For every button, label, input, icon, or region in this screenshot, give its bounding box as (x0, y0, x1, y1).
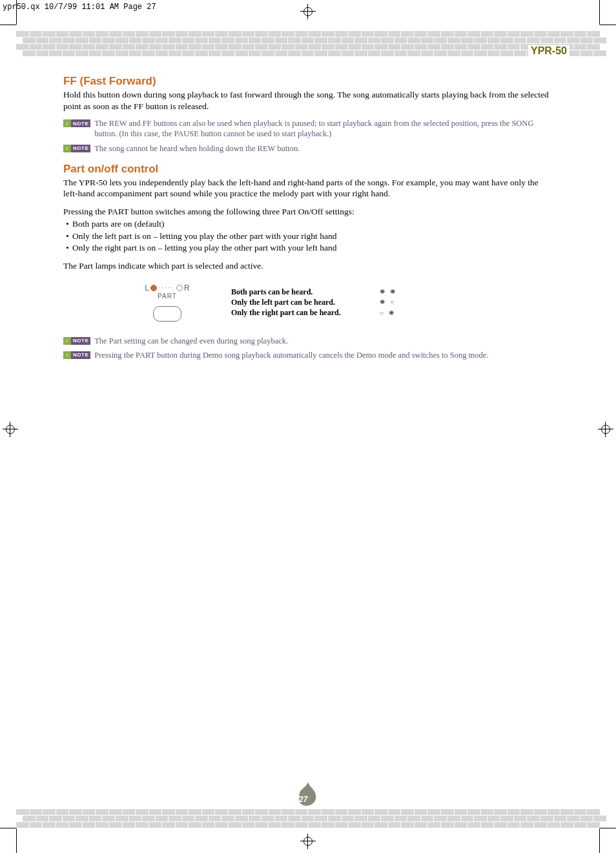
part-settings-list: Both parts are on (default)Only the left… (63, 218, 551, 254)
note-text: Pressing the PART button during Demo son… (94, 350, 488, 360)
crop-mark (0, 828, 16, 828)
registration-target-icon (300, 4, 316, 19)
section-heading-ff: FF (Fast Forward) (63, 75, 551, 88)
lamp-row-indicator: ✺✺ (380, 287, 395, 296)
list-item: Both parts are on (default) (63, 218, 551, 230)
crop-mark (600, 828, 616, 828)
lamp-on-icon: ✺ (389, 309, 394, 318)
registration-target-icon (598, 422, 613, 437)
note-badge-icon: ♪ NOTE (63, 337, 90, 345)
lamp-on-icon: ✺ (380, 287, 385, 296)
crop-mark (600, 25, 616, 25)
lamp-row-desc: Both parts can be heard. (231, 287, 367, 297)
note-row: ♪ NOTE Pressing the PART button during D… (63, 350, 551, 360)
note-badge-icon: ♪ NOTE (63, 145, 90, 152)
crop-mark (599, 0, 600, 25)
lamp-on-icon: ✺ (390, 287, 395, 296)
lamp-left-icon (150, 285, 157, 291)
registration-target-icon (300, 834, 316, 849)
note-row: ♪ NOTE The song cannot be heard when hol… (63, 143, 551, 154)
lamp-off-icon: ○ (380, 309, 384, 318)
note-row: ♪ NOTE The Part setting can be changed e… (63, 336, 551, 346)
lamp-right-icon (176, 285, 183, 291)
note-badge-icon: ♪ NOTE (63, 351, 90, 359)
lamp-off-icon: ○ (390, 298, 394, 307)
crop-mark (0, 25, 16, 25)
crop-mark (599, 828, 600, 853)
decorative-brick-band-bottom (16, 809, 600, 828)
list-item: Only the right part is on – letting you … (63, 242, 551, 254)
prepress-file-header: ypr50.qx 10/7/99 11:01 AM Page 27 (3, 3, 156, 12)
lamp-row-desc: Only the left part can be heard. (231, 297, 367, 307)
part-figure: L ····· R PART Both parts can be heard.✺… (138, 283, 551, 322)
lamp-table-row: Only the right part can be heard.○✺ (231, 307, 395, 318)
part-button-icon: L ····· R PART (138, 283, 196, 322)
page-content: FF (Fast Forward) Hold this button down … (63, 75, 551, 364)
ff-description: Hold this button down during song playba… (63, 89, 551, 112)
lamp-on-icon: ✺ (380, 298, 385, 307)
lamp-row-indicator: ✺○ (380, 298, 394, 307)
part-button-outline-icon (153, 306, 181, 322)
note-text: The REW and FF buttons can also be used … (94, 118, 551, 139)
lamp-row-desc: Only the right part can be heard. (231, 307, 367, 318)
part-description-3: The Part lamps indicate which part is se… (63, 260, 551, 272)
page-number: 27 (299, 795, 307, 804)
note-text: The song cannot be heard when holding do… (94, 143, 300, 154)
part-label-text: PART (138, 293, 196, 300)
lamp-table-row: Only the left part can be heard.✺○ (231, 297, 395, 307)
decorative-brick-band-top (16, 31, 600, 56)
model-label: YPR-50 (528, 45, 570, 57)
part-description-2: Pressing the PART button switches among … (63, 206, 551, 218)
lamp-state-table: Both parts can be heard.✺✺Only the left … (231, 287, 395, 318)
note-text: The Part setting can be changed even dur… (94, 336, 288, 346)
note-row: ♪ NOTE The REW and FF buttons can also b… (63, 118, 551, 139)
registration-target-icon (3, 422, 18, 437)
part-description-1: The YPR-50 lets you independently play b… (63, 177, 551, 200)
lamp-table-row: Both parts can be heard.✺✺ (231, 287, 395, 297)
list-item: Only the left part is on – letting you p… (63, 231, 551, 242)
crop-mark (16, 828, 17, 853)
page-number-ornament: 27 (295, 781, 321, 809)
lamp-row-indicator: ○✺ (380, 309, 394, 318)
section-heading-part: Part on/off control (63, 163, 551, 176)
note-badge-icon: ♪ NOTE (63, 119, 90, 127)
